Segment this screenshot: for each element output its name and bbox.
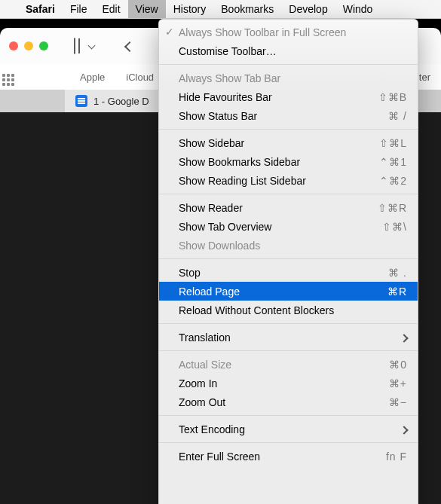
menu-item-label: Text Encoding xyxy=(179,423,401,435)
zoom-window-button[interactable] xyxy=(39,41,48,50)
menubar-item-view[interactable]: View xyxy=(128,0,166,18)
menu-item-label: Reload Page xyxy=(179,286,387,298)
menu-separator xyxy=(159,258,418,259)
close-window-button[interactable] xyxy=(9,41,18,50)
menu-shortcut: ⌘+ xyxy=(389,377,407,389)
menu-item-label: Actual Size xyxy=(179,359,389,371)
sidebar-toggle-button[interactable] xyxy=(71,38,78,54)
menu-item-text-encoding[interactable]: Text Encoding xyxy=(159,420,418,438)
tab-title: 1 - Google D xyxy=(93,96,149,107)
menu-item-label: Show Sidebar xyxy=(179,137,379,149)
menu-item-label: Always Show Toolbar in Full Screen xyxy=(179,26,407,38)
menubar-item-window[interactable]: Windo xyxy=(335,0,381,18)
menu-item-label: Show Tab Overview xyxy=(179,221,382,233)
menu-item-customise-toolbar[interactable]: Customise Toolbar… xyxy=(159,41,418,60)
menu-item-translation[interactable]: Translation xyxy=(159,328,418,347)
menu-separator xyxy=(159,194,418,194)
back-button[interactable] xyxy=(123,38,136,54)
menu-shortcut: ⌃⌘1 xyxy=(379,156,407,168)
google-docs-icon xyxy=(75,95,87,107)
menu-shortcut: ⌃⌘2 xyxy=(379,175,407,187)
menu-item-zoom-in[interactable]: Zoom In⌘+ xyxy=(159,374,418,393)
grid-icon xyxy=(2,74,14,86)
minimize-window-button[interactable] xyxy=(24,41,33,50)
window-controls xyxy=(9,41,48,50)
menu-separator xyxy=(159,129,418,130)
menubar-app[interactable]: Safari xyxy=(18,0,63,18)
menu-shortcut: ⇧⌘B xyxy=(378,91,407,103)
menu-item-label: Stop xyxy=(179,267,388,279)
system-menubar: Safari File Edit View History Bookmarks … xyxy=(0,0,441,19)
menu-item-label: Zoom In xyxy=(179,377,389,389)
menu-shortcut: ⌘ . xyxy=(388,267,407,279)
menubar-item-history[interactable]: History xyxy=(166,0,214,18)
menu-shortcut: fn F xyxy=(386,451,407,463)
favorites-link-apple[interactable]: Apple xyxy=(69,72,115,83)
menubar-item-edit[interactable]: Edit xyxy=(94,0,127,18)
menu-item-show-tab-overview[interactable]: Show Tab Overview⇧⌘\ xyxy=(159,217,418,236)
check-icon: ✓ xyxy=(165,26,174,38)
view-menu-dropdown: ✓Always Show Toolbar in Full ScreenCusto… xyxy=(158,19,418,504)
menu-item-label: Translation xyxy=(179,331,401,344)
menu-item-reload-without-content-blockers[interactable]: Reload Without Content Blockers xyxy=(159,301,418,319)
menu-shortcut: ⌘ / xyxy=(388,110,407,122)
menu-separator xyxy=(159,323,418,324)
menu-item-stop[interactable]: Stop⌘ . xyxy=(159,263,418,282)
menu-separator xyxy=(159,442,418,443)
menu-item-label: Enter Full Screen xyxy=(179,451,386,463)
menu-item-reload-page[interactable]: Reload Page⌘R xyxy=(159,282,418,301)
menu-item-always-show-tab-bar: Always Show Tab Bar xyxy=(159,69,418,87)
menu-shortcut: ⇧⌘\ xyxy=(382,221,407,233)
sidebar-icon xyxy=(74,38,75,54)
menu-item-label: Show Status Bar xyxy=(179,110,388,122)
menu-item-show-sidebar[interactable]: Show Sidebar⇧⌘L xyxy=(159,133,418,152)
menu-item-label: Show Bookmarks Sidebar xyxy=(179,156,379,168)
menu-item-show-reading-list-sidebar[interactable]: Show Reading List Sidebar⌃⌘2 xyxy=(159,171,418,190)
menu-shortcut: ⌘R xyxy=(387,286,407,298)
menu-item-hide-favourites-bar[interactable]: Hide Favourites Bar⇧⌘B xyxy=(159,87,418,106)
menu-item-actual-size: Actual Size⌘0 xyxy=(159,355,418,374)
menu-item-zoom-out[interactable]: Zoom Out⌘− xyxy=(159,393,418,411)
apps-grid-button[interactable] xyxy=(0,68,17,86)
menu-separator xyxy=(159,64,418,65)
menu-item-label: Show Reader xyxy=(179,202,378,214)
menu-item-always-show-toolbar-in-full-screen: ✓Always Show Toolbar in Full Screen xyxy=(159,23,418,41)
menu-separator xyxy=(159,350,418,351)
submenu-arrow-icon xyxy=(401,423,407,435)
favorites-link-icloud[interactable]: iCloud xyxy=(115,72,164,83)
menu-separator xyxy=(159,415,418,416)
menu-item-show-downloads: Show Downloads xyxy=(159,236,418,255)
menu-shortcut: ⌘− xyxy=(389,396,407,408)
chevron-down-icon xyxy=(88,42,96,50)
view-menu-list: ✓Always Show Toolbar in Full ScreenCusto… xyxy=(159,20,418,469)
menubar-item-develop[interactable]: Develop xyxy=(281,0,335,18)
menu-item-show-bookmarks-sidebar[interactable]: Show Bookmarks Sidebar⌃⌘1 xyxy=(159,152,418,171)
menu-item-label: Reload Without Content Blockers xyxy=(179,304,407,316)
menu-item-label: Customise Toolbar… xyxy=(179,45,407,57)
menu-item-label: Show Reading List Sidebar xyxy=(179,175,379,187)
menubar-item-bookmarks[interactable]: Bookmarks xyxy=(213,0,281,18)
menu-item-show-reader[interactable]: Show Reader⇧⌘R xyxy=(159,198,418,217)
sidebar-menu-button[interactable] xyxy=(86,38,97,54)
chevron-left-icon xyxy=(124,41,135,52)
tab-google-doc[interactable]: 1 - Google D xyxy=(65,90,160,112)
menu-shortcut: ⌘0 xyxy=(389,359,407,371)
menu-item-label: Always Show Tab Bar xyxy=(179,72,407,84)
menu-shortcut: ⇧⌘L xyxy=(379,137,407,149)
menu-item-label: Zoom Out xyxy=(179,396,389,408)
menu-item-show-status-bar[interactable]: Show Status Bar⌘ / xyxy=(159,106,418,125)
menu-shortcut: ⇧⌘R xyxy=(378,202,407,214)
menu-item-label: Hide Favourites Bar xyxy=(179,91,378,103)
menu-item-enter-full-screen[interactable]: Enter Full Screenfn F xyxy=(159,447,418,466)
menubar-item-file[interactable]: File xyxy=(63,0,95,18)
submenu-arrow-icon xyxy=(401,331,407,344)
menu-item-label: Show Downloads xyxy=(179,240,407,252)
